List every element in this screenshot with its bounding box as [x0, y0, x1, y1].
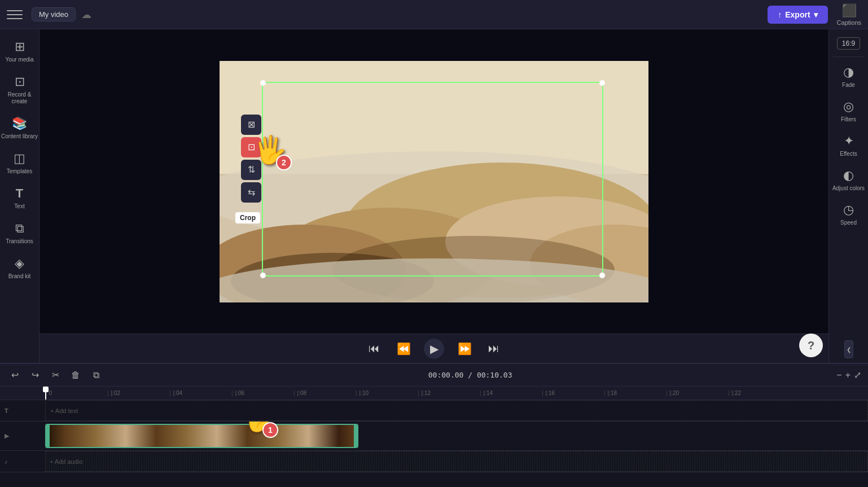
video-clip[interactable]: [45, 424, 358, 448]
play-button[interactable]: ▶: [424, 339, 444, 359]
fade-label: Fade: [842, 82, 855, 88]
ruler-mark-1: |:02: [107, 390, 169, 396]
undo-button[interactable]: ↩: [7, 367, 23, 383]
add-text-label: + Add text: [50, 407, 78, 414]
add-text-button[interactable]: + Add text: [45, 400, 868, 421]
sidebar-item-label: Content library: [1, 133, 38, 140]
playback-controls: ⏮ ⏪ ▶ ⏩ ⏭ ⛶: [40, 334, 828, 363]
adjust-colors-label: Adjust colors: [832, 185, 865, 191]
audio-track-content: + Add audio: [45, 451, 868, 472]
right-sidebar-effects[interactable]: ✦ Effects: [829, 128, 868, 163]
audio-track-icon: ♪: [5, 458, 8, 465]
adjust-colors-icon: ◐: [843, 168, 854, 183]
skip-forward-button[interactable]: ⏭: [485, 340, 503, 358]
right-sidebar-adjust-colors[interactable]: ◐ Adjust colors: [829, 163, 868, 197]
sidebar-item-label: Your media: [5, 56, 33, 63]
sidebar-item-label: Templates: [7, 168, 33, 175]
clip-thumbnail: [50, 425, 354, 447]
help-button[interactable]: ?: [799, 334, 823, 357]
video-track-label: ▶: [0, 432, 45, 440]
video-frame: ⊠ Crop ⊡ ⇅ ⇆ 🖐 2: [220, 61, 648, 302]
clip-right-handle[interactable]: [354, 425, 357, 447]
project-title[interactable]: My video: [32, 7, 76, 21]
ruler-mark-11: |:22: [728, 390, 790, 396]
timeline-timestamp: 00:00.00 / 00:10.03: [108, 371, 832, 379]
sidebar-item-your-media[interactable]: ⊞ Your media: [0, 34, 39, 69]
collapse-right-panel-button[interactable]: ❮: [844, 340, 853, 358]
ruler-mark-2: |:04: [169, 390, 231, 396]
ruler-mark-10: |:20: [666, 390, 728, 396]
templates-icon: ◫: [14, 151, 25, 166]
timeline-ruler: 0 |:02 |:04 |:06 |:08 |:10 |:12 |:14 |:1…: [0, 387, 868, 400]
speed-icon: ◷: [843, 203, 854, 217]
timeline-tracks: T + Add text ▶: [0, 400, 868, 487]
text-track-content: + Add text: [45, 400, 868, 421]
zoom-out-button[interactable]: −: [836, 370, 841, 380]
speed-label: Speed: [840, 220, 857, 226]
delete-button[interactable]: 🗑: [68, 367, 84, 383]
timeline-toolbar: ↩ ↪ ✂ 🗑 ⧉ 00:00.00 / 00:10.03 − + ⤢: [0, 364, 868, 387]
sidebar-item-brand-kit[interactable]: ◈ Brand kit: [0, 251, 39, 286]
skip-back-button[interactable]: ⏮: [365, 340, 383, 358]
ruler-mark-6: |:12: [418, 390, 480, 396]
effects-label: Effects: [840, 151, 857, 157]
crop-button[interactable]: ⊡: [241, 137, 261, 157]
filters-icon: ◎: [843, 99, 854, 114]
sidebar-item-record-create[interactable]: ⊡ Record & create: [0, 69, 39, 111]
ruler-mark-3: |:06: [231, 390, 293, 396]
redo-button[interactable]: ↪: [27, 367, 43, 383]
aspect-ratio-badge[interactable]: 16:9: [837, 37, 860, 50]
right-sidebar-filters[interactable]: ◎ Filters: [829, 94, 868, 128]
captions-button[interactable]: ⬛ Captions: [837, 3, 861, 26]
total-time: 00:10.03: [477, 371, 512, 379]
copy-button[interactable]: ⧉: [88, 367, 104, 383]
sidebar-item-text[interactable]: T Text: [0, 181, 39, 216]
playhead[interactable]: [45, 387, 46, 400]
your-media-icon: ⊞: [15, 40, 25, 54]
playhead-top: [43, 387, 49, 392]
text-icon: T: [16, 186, 23, 201]
rewind-button[interactable]: ⏪: [394, 340, 413, 358]
right-sidebar-speed[interactable]: ◷ Speed: [829, 197, 868, 231]
timestamp-separator: /: [468, 371, 477, 379]
menu-icon[interactable]: [7, 7, 23, 23]
sidebar-item-templates[interactable]: ◫ Templates: [0, 146, 39, 181]
text-track-icon: T: [5, 407, 8, 414]
transform-button[interactable]: ⊠: [241, 115, 261, 135]
flip-horizontal-button[interactable]: ⇆: [241, 182, 261, 203]
audio-track-row: ♪ + Add audio: [0, 451, 868, 472]
text-track-row: T + Add text: [0, 400, 868, 422]
ruler-mark-7: |:14: [480, 390, 542, 396]
flip-vertical-button[interactable]: ⇅: [241, 160, 261, 180]
video-track-content[interactable]: 🖐 1: [45, 422, 868, 450]
current-time: 00:00.00: [428, 371, 464, 379]
sidebar-item-content-library[interactable]: 📚 Content library: [0, 111, 39, 146]
transitions-icon: ⧉: [15, 221, 24, 236]
ruler-mark-8: |:16: [542, 390, 604, 396]
cut-button[interactable]: ✂: [47, 367, 63, 383]
right-sidebar: 16:9 ◑ Fade ◎ Filters ✦ Effects ◐ Adjust…: [828, 29, 868, 363]
cloud-icon: ☁: [81, 8, 91, 21]
filters-label: Filters: [841, 116, 856, 122]
captions-icon: ⬛: [841, 3, 857, 18]
right-sidebar-fade[interactable]: ◑ Fade: [829, 59, 868, 94]
zoom-controls: − + ⤢: [836, 370, 861, 380]
timeline-area: ↩ ↪ ✂ 🗑 ⧉ 00:00.00 / 00:10.03 − + ⤢ 0 |:…: [0, 363, 868, 487]
export-chevron-icon: ▾: [814, 10, 818, 19]
video-toolbar: ⊠ Crop ⊡ ⇅ ⇆: [241, 115, 261, 203]
video-background: [220, 61, 648, 302]
ruler-mark-9: |:18: [604, 390, 666, 396]
zoom-in-button[interactable]: +: [845, 370, 851, 380]
ruler-mark-5: |:10: [356, 390, 418, 396]
right-sidebar-divider: [833, 56, 864, 57]
sidebar-item-label: Text: [14, 203, 24, 210]
forward-button[interactable]: ⏩: [455, 340, 474, 358]
expand-timeline-button[interactable]: ⤢: [854, 370, 861, 380]
export-button[interactable]: ↑ Export ▾: [768, 6, 827, 24]
crop-tooltip: Crop: [235, 212, 260, 223]
main-area: ⊞ Your media ⊡ Record & create 📚 Content…: [0, 29, 868, 363]
add-audio-button[interactable]: + Add audio: [45, 451, 868, 472]
sidebar-item-transitions[interactable]: ⧉ Transitions: [0, 216, 39, 251]
ruler-mark-4: |:08: [293, 390, 356, 396]
audio-waveform: [45, 451, 868, 472]
